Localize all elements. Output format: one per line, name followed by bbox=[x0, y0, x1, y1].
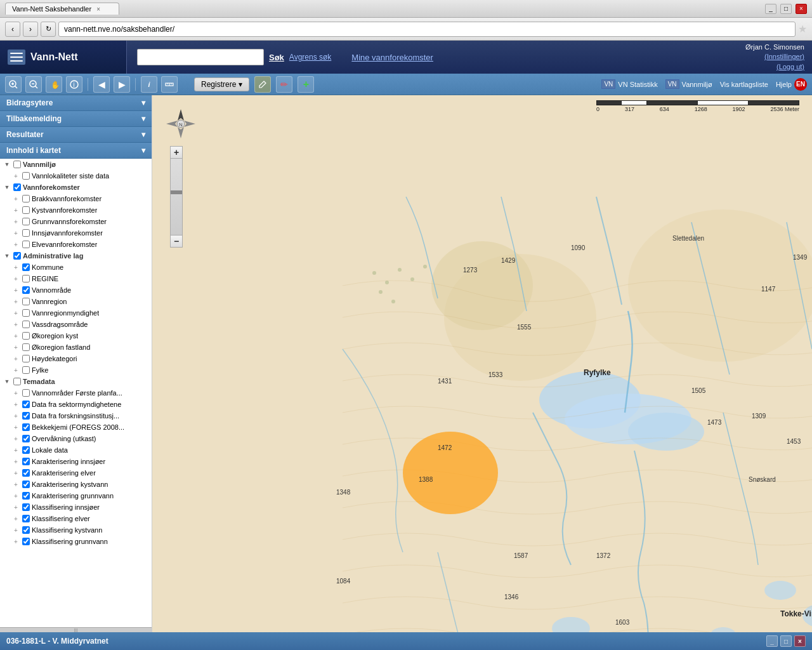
edit-tool[interactable] bbox=[254, 76, 271, 93]
tree-expand-25[interactable]: + bbox=[11, 446, 20, 454]
tree-item-26[interactable]: +Karakterisering innsjøer bbox=[0, 456, 152, 467]
tree-item-27[interactable]: +Karakterisering elver bbox=[0, 467, 152, 479]
tree-item-20[interactable]: +Vannområder Første planfa... bbox=[0, 387, 152, 399]
tree-item-32[interactable]: +Klassifisering kystvann bbox=[0, 524, 152, 536]
clear-search-link[interactable]: Avgrens søk bbox=[289, 53, 331, 62]
map-layers-list-link[interactable]: Vis kartlagsliste bbox=[720, 81, 768, 88]
address-bar[interactable] bbox=[58, 22, 796, 37]
settings-link[interactable]: (Innstillinger) bbox=[745, 52, 804, 62]
tree-item-24[interactable]: +Overvåkning (utkast) bbox=[0, 433, 152, 444]
tree-checkbox-31[interactable] bbox=[22, 515, 30, 522]
search-input[interactable] bbox=[137, 49, 264, 65]
tree-checkbox-8[interactable] bbox=[13, 252, 21, 260]
tree-item-33[interactable]: +Klassifisering grunnvann bbox=[0, 536, 152, 547]
tree-item-15[interactable]: +Økoregion kyst bbox=[0, 330, 152, 342]
tree-checkbox-25[interactable] bbox=[22, 446, 30, 454]
tree-expand-5[interactable]: + bbox=[11, 217, 20, 226]
tree-expand-12[interactable]: + bbox=[11, 297, 20, 306]
forward-extent-tool[interactable]: ▶ bbox=[114, 76, 130, 93]
tree-checkbox-33[interactable] bbox=[22, 538, 30, 545]
tree-checkbox-7[interactable] bbox=[22, 241, 30, 248]
sidebar-section-map-content[interactable]: Innhold i kartet ▾ bbox=[0, 143, 152, 159]
tree-item-2[interactable]: ▼Vannforekomster bbox=[0, 182, 152, 193]
forward-button[interactable]: › bbox=[23, 22, 38, 37]
tree-checkbox-0[interactable] bbox=[13, 161, 21, 168]
map-compass[interactable]: N bbox=[165, 108, 197, 140]
tree-item-21[interactable]: +Data fra sektormyndighetene bbox=[0, 399, 152, 410]
tree-checkbox-23[interactable] bbox=[22, 423, 30, 431]
tree-checkbox-1[interactable] bbox=[22, 172, 30, 180]
tree-expand-8[interactable]: ▼ bbox=[3, 251, 11, 260]
zoom-out-tool[interactable] bbox=[25, 76, 42, 93]
draw-tool[interactable]: ✏ bbox=[276, 76, 292, 93]
tree-expand-32[interactable]: + bbox=[11, 526, 20, 534]
tree-checkbox-21[interactable] bbox=[22, 401, 30, 408]
back-button[interactable]: ‹ bbox=[5, 22, 20, 37]
tree-item-5[interactable]: +Grunnvannsforekomster bbox=[0, 216, 152, 227]
tree-item-18[interactable]: +Fylke bbox=[0, 364, 152, 376]
tree-expand-3[interactable]: + bbox=[11, 194, 20, 203]
tree-expand-20[interactable]: + bbox=[11, 388, 20, 397]
tree-expand-19[interactable]: ▼ bbox=[3, 377, 11, 386]
tree-checkbox-16[interactable] bbox=[22, 343, 30, 351]
tree-checkbox-9[interactable] bbox=[22, 263, 30, 271]
help-link[interactable]: Hjelp EN bbox=[776, 78, 807, 91]
tree-checkbox-29[interactable] bbox=[22, 492, 30, 500]
tree-checkbox-28[interactable] bbox=[22, 481, 30, 488]
tree-item-23[interactable]: +Bekkekjemi (FOREGS 2008... bbox=[0, 421, 152, 433]
tree-item-7[interactable]: +Elvevannforekomster bbox=[0, 239, 152, 250]
tree-checkbox-11[interactable] bbox=[22, 286, 30, 294]
my-waters-link[interactable]: Mine vannforekomster bbox=[351, 53, 433, 62]
tree-checkbox-14[interactable] bbox=[22, 321, 30, 328]
tree-expand-7[interactable]: + bbox=[11, 240, 20, 249]
tree-expand-9[interactable]: + bbox=[11, 263, 20, 272]
tree-checkbox-19[interactable] bbox=[13, 378, 21, 385]
tree-expand-23[interactable]: + bbox=[11, 423, 20, 432]
tree-checkbox-20[interactable] bbox=[22, 389, 30, 397]
tree-item-28[interactable]: +Karakterisering kystvann bbox=[0, 479, 152, 490]
sidebar-section-contributors[interactable]: Bidragsytere ▾ bbox=[0, 95, 152, 111]
tree-item-13[interactable]: +Vannregionmyndighet bbox=[0, 307, 152, 319]
zoom-in-tool[interactable] bbox=[5, 76, 22, 93]
tree-checkbox-15[interactable] bbox=[22, 332, 30, 340]
tree-expand-4[interactable]: + bbox=[11, 206, 20, 215]
zoom-in-button[interactable]: + bbox=[170, 146, 183, 159]
zoom-out-button[interactable]: − bbox=[170, 235, 183, 248]
sidebar-section-results[interactable]: Resultater ▾ bbox=[0, 127, 152, 143]
tree-item-10[interactable]: +REGINE bbox=[0, 273, 152, 284]
tree-item-31[interactable]: +Klassifisering elver bbox=[0, 513, 152, 524]
tree-expand-6[interactable]: + bbox=[11, 229, 20, 237]
bookmark-star[interactable]: ★ bbox=[798, 23, 807, 35]
reload-button[interactable]: ↻ bbox=[41, 22, 56, 37]
tree-item-30[interactable]: +Klassifisering innsjøer bbox=[0, 501, 152, 513]
tree-item-11[interactable]: +Vannområde bbox=[0, 284, 152, 296]
tree-checkbox-22[interactable] bbox=[22, 412, 30, 420]
tree-checkbox-24[interactable] bbox=[22, 435, 30, 442]
tree-expand-33[interactable]: + bbox=[11, 537, 20, 546]
tree-checkbox-32[interactable] bbox=[22, 526, 30, 534]
tree-item-16[interactable]: +Økoregion fastland bbox=[0, 342, 152, 353]
identify-tool[interactable]: i bbox=[66, 76, 82, 93]
back-extent-tool[interactable]: ◀ bbox=[93, 76, 110, 93]
tree-checkbox-17[interactable] bbox=[22, 355, 30, 362]
tree-expand-11[interactable]: + bbox=[11, 286, 20, 295]
zoom-controls[interactable]: + − bbox=[170, 146, 183, 248]
tree-expand-21[interactable]: + bbox=[11, 400, 20, 409]
tree-checkbox-30[interactable] bbox=[22, 503, 30, 511]
window-minimize-button[interactable]: _ bbox=[765, 4, 776, 14]
tree-expand-17[interactable]: + bbox=[11, 354, 20, 363]
tree-expand-18[interactable]: + bbox=[11, 366, 20, 375]
tree-item-17[interactable]: +Høydekategori bbox=[0, 353, 152, 364]
tree-item-14[interactable]: +Vassdragsområde bbox=[0, 319, 152, 330]
tree-checkbox-26[interactable] bbox=[22, 458, 30, 465]
measure-tool[interactable] bbox=[161, 76, 178, 93]
tree-item-12[interactable]: +Vannregion bbox=[0, 296, 152, 307]
tree-expand-28[interactable]: + bbox=[11, 480, 20, 489]
tree-expand-14[interactable]: + bbox=[11, 320, 20, 329]
tree-expand-26[interactable]: + bbox=[11, 457, 20, 466]
register-dropdown[interactable]: Registrere ▾ bbox=[194, 77, 249, 91]
vn-statistics-link[interactable]: VN VN Statistikk bbox=[601, 79, 657, 89]
status-restore-icon[interactable]: □ bbox=[780, 635, 792, 647]
tree-checkbox-12[interactable] bbox=[22, 298, 30, 305]
tree-expand-1[interactable]: + bbox=[11, 171, 20, 180]
